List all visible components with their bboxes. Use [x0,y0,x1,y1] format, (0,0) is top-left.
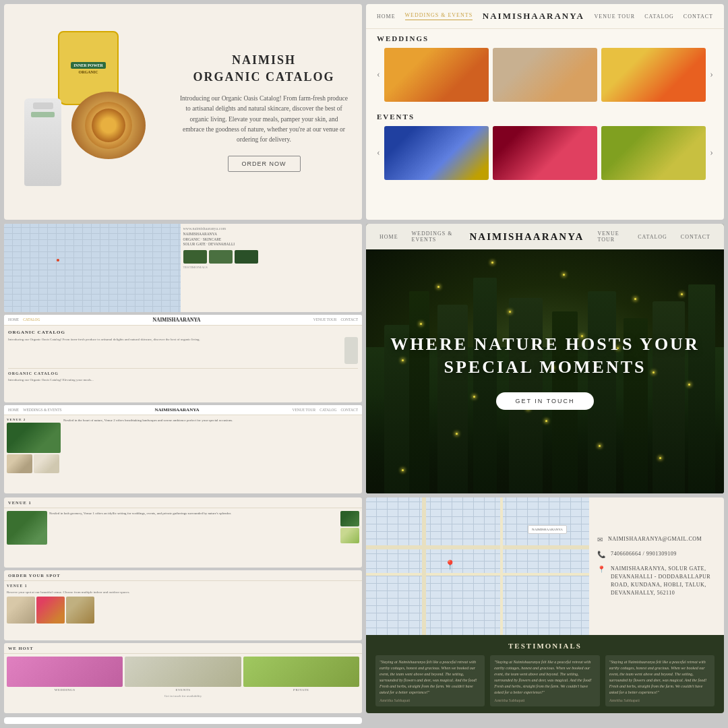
map-thumbnail [4,224,181,312]
hero-nav-venue[interactable]: VENUE TOUR [597,231,624,243]
prev-arrow-weddings[interactable]: ‹ [377,69,380,80]
previews-left-panel: www.naimishaaranya.com NAIMISHAARANYAORG… [4,224,362,493]
product-images: INNER POWER ORGANIC [18,24,166,200]
weddings-section: WEDDINGS ‹ › [366,29,724,107]
hero-panel: HOME WEDDINGS & EVENTS NAIMISHAARANYA VE… [366,224,724,493]
hero-title: WHERE NATURE HOSTS YOUR SPECIAL MOMENTS [366,333,724,379]
hero-background: WHERE NATURE HOSTS YOUR SPECIAL MOMENTS … [366,249,724,493]
nav-contact[interactable]: CONTACT [684,13,713,20]
weddings-events-panel: HOME WEDDINGS & EVENTS NAIMISHAARANYA VE… [366,4,724,220]
nav-brand: NAIMISHAARANYA [482,11,584,22]
we-host-private-img [243,657,359,687]
testimonial-3: "Staying at Naimishaaranya felt like a p… [605,655,715,706]
phone-icon: 📞 [597,551,605,558]
book-spot-header: ORDER YOUR SPOT [4,570,362,581]
booking-panel: HOME WEDDINGS & EVENTS NAIMISHAARANYA VE… [4,717,362,724]
top-nav: HOME WEDDINGS & EVENTS NAIMISHAARANYA VE… [366,4,724,29]
venue1-text: Nestled in lush greenery, Venue 1 offers… [49,511,338,545]
venue1-main-img [7,511,47,545]
contact-email: NAIMISHAARANYA@GMAIL.COM [608,535,702,543]
hero-text: WHERE NATURE HOSTS YOUR SPECIAL MOMENTS … [366,333,724,410]
get-in-touch-button[interactable]: GET IN TOUCH [496,392,593,410]
wedding-img-1 [384,48,489,102]
hero-nav-catalog[interactable]: CATALOG [638,234,667,240]
venue1-thumb1 [340,511,359,526]
catalog-text: NAIMISH ORGANIC CATALOG Introducing our … [166,52,348,172]
contact-phone: 7406606664 / 9901309109 [611,550,677,558]
testimonial-1-author: Amritha Sabhapati [380,698,481,702]
we-host-events-img [125,657,241,687]
contact-panel: 📍 NAIMISHAARANYA ✉ NAIMISHAARANYA@GMAIL.… [366,497,724,713]
next-arrow-weddings[interactable]: › [710,69,713,80]
nav-home[interactable]: HOME [377,13,396,20]
venue1-thumb2 [340,528,359,543]
organic-catalog-preview-body: Introducing our Organic Oasis Catalog! F… [8,337,358,364]
venue-main-img [7,423,61,453]
contact-info: ✉ NAIMISHAARANYA@GMAIL.COM 📞 7406606664 … [589,497,724,635]
hero-nav-brand: NAIMISHAARANYA [469,231,584,243]
booking-nav: HOME WEDDINGS & EVENTS NAIMISHAARANYA VE… [4,717,362,724]
testimonials-grid: "Staying at Naimishaaranya felt like a p… [375,655,715,706]
testimonial-2-text: "Staying at Naimishaaranya felt like a p… [494,659,595,696]
contact-phone-row: 📞 7406606664 / 9901309109 [597,550,716,558]
map-preview-card: www.naimishaaranya.com NAIMISHAARANYAORG… [4,224,362,312]
organic-small-preview: HOME CATALOG NAIMISHAARANYA VENUE TOUR C… [4,315,362,403]
testimonial-3-author: Amritha Sabhapati [609,698,710,702]
next-arrow-events[interactable]: › [710,148,713,158]
venue1-preview: VENUE 1 Nestled in lush greenery, Venue … [4,497,362,568]
weddings-gallery: ‹ › [377,48,713,102]
we-host-preview: WE HOST WEDDINGS EVENTS PRIVATE [4,643,362,713]
map-info: www.naimishaaranya.com NAIMISHAARANYAORG… [181,224,363,312]
location-icon: 📍 [597,566,605,573]
hero-nav-contact[interactable]: CONTACT [681,234,710,240]
event-img-1 [384,126,489,180]
wedding-img-2 [493,48,597,102]
hero-nav-home[interactable]: HOME [380,234,398,240]
testimonial-3-text: "Staying at Naimishaaranya felt like a p… [609,659,710,696]
hero-nav-weddings[interactable]: WEDDINGS & EVENTS [412,231,456,243]
spot-img1 [7,597,35,624]
book-spot-preview: ORDER YOUR SPOT VENUE 1 Reserve your spo… [4,570,362,640]
testimonials-title: TESTIMONIALS [375,642,715,650]
spot-img3 [66,597,94,624]
contact-email-row: ✉ NAIMISHAARANYA@GMAIL.COM [597,535,716,543]
wedding-img-3 [601,48,706,102]
catalog-description: Introducing our Organic Oasis Catalog! F… [179,94,348,145]
contact-top: 📍 NAIMISHAARANYA ✉ NAIMISHAARANYA@GMAIL.… [366,497,724,635]
weddings-title: WEDDINGS [377,34,713,42]
nav-venue-tour[interactable]: VENUE TOUR [595,13,636,20]
bottle-image [24,98,61,186]
testimonial-1-text: "Staying at Naimishaaranya felt like a p… [380,659,481,696]
booking-nav-brand: NAIMISHAARANYA [120,723,222,724]
testimonial-1: "Staying at Naimishaaranya felt like a p… [375,655,485,706]
previews-right-panel: VENUE 1 Nestled in lush greenery, Venue … [4,497,362,713]
events-section: EVENTS ‹ › [366,107,724,185]
prev-arrow-events[interactable]: ‹ [377,148,380,158]
we-host-weddings-img [7,657,123,687]
venue-preview-card: HOME WEDDINGS & EVENTS NAIMISHAARANYA VE… [4,405,362,493]
map-pin: 📍 [444,559,456,571]
events-title: EVENTS [377,113,713,121]
testimonial-2: "Staying at Naimishaaranya felt like a p… [490,655,599,706]
contact-address-row: 📍 NAIMISHAARANYA, SOLUR GATE, DEVANAHALL… [597,565,716,597]
nav-catalog[interactable]: CATALOG [644,13,674,20]
nav-weddings-events[interactable]: WEDDINGS & EVENTS [405,12,473,20]
order-now-button[interactable]: ORDER NOW [228,156,301,172]
map-section: 📍 NAIMISHAARANYA [366,497,589,635]
events-gallery: ‹ › [377,126,713,180]
organic-catalog-panel: INNER POWER ORGANIC NAIMISH ORGANIC CATA… [4,4,362,220]
preview-bottle [344,337,358,364]
contact-address: NAIMISHAARANYA, SOLUR GATE, DEVANAHALLI … [611,565,710,597]
email-icon: ✉ [597,536,603,543]
testimonials-section: TESTIMONIALS "Staying at Naimishaaranya … [366,635,724,713]
we-host-header: WE HOST [4,643,362,654]
catalog-title: NAIMISH ORGANIC CATALOG [179,52,348,86]
event-img-3 [601,126,706,180]
organic-catalog-preview-title: ORGANIC CATALOG [8,330,358,335]
spot-img2 [36,597,65,624]
bowl-image [71,92,146,159]
venue1-header: VENUE 1 [4,497,362,508]
event-img-2 [493,126,597,180]
hero-nav: HOME WEDDINGS & EVENTS NAIMISHAARANYA VE… [366,224,724,249]
testimonial-2-author: Amritha Sabhapati [494,698,595,702]
